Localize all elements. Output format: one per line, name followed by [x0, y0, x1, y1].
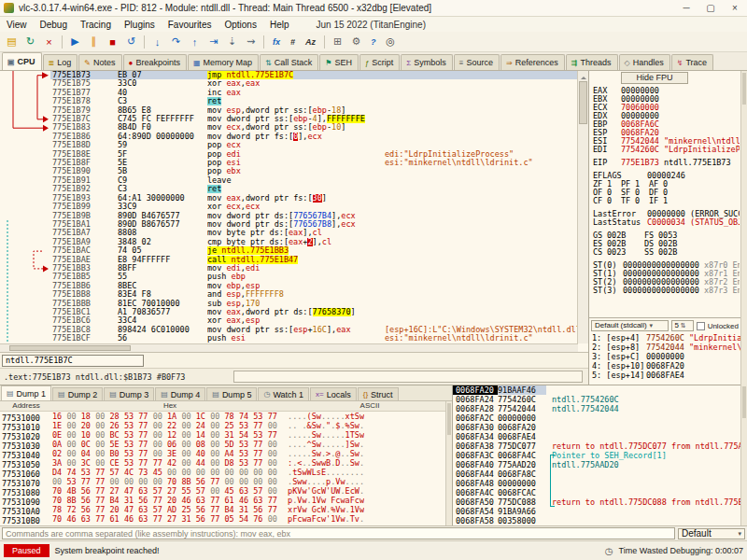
dump-row[interactable]: 775310503A 00 3C 00 CE 53 77 77 42 00 44…: [0, 458, 452, 468]
stack-row[interactable]: 0068FA50775DC088return to ntdll.775DC088…: [453, 497, 740, 507]
tab-seh[interactable]: ⚑SEH: [319, 54, 359, 70]
register-line[interactable]: ST(1)0000000000000000x87r1 Emp: [593, 270, 740, 278]
tab-script[interactable]: ƒScript: [359, 54, 400, 70]
tab-call-stack[interactable]: ⇅Call Stack: [260, 54, 318, 70]
tab-dump-2[interactable]: ▤Dump 2: [52, 387, 103, 400]
calling-convention-select[interactable]: Default (stdcall) ▾: [591, 320, 669, 331]
stack-row[interactable]: 0068FA300068FA20: [453, 423, 740, 432]
calculator-button[interactable]: ⊞: [329, 34, 346, 50]
tab-source[interactable]: ≡Source: [454, 54, 500, 70]
hide-fpu-button[interactable]: Hide FPU: [621, 72, 688, 84]
close-button[interactable]: ×: [723, 0, 747, 16]
tab-log[interactable]: ≣Log: [43, 54, 78, 70]
stack-row[interactable]: 0068FA340068FAE4: [453, 432, 740, 441]
register-line[interactable]: ES002BDS002B: [593, 240, 740, 248]
menu-favourites[interactable]: Favourites: [162, 19, 218, 31]
registers-scrollbar[interactable]: [740, 71, 747, 385]
dump-row[interactable]: 775310200E 00 10 00 BC 53 77 00 12 00 14…: [0, 430, 452, 440]
disasm-row[interactable]: 775E1B8D59pop ecx: [50, 141, 578, 149]
tab-notes[interactable]: ✎Notes: [78, 54, 121, 70]
pause-button[interactable]: ∥: [85, 34, 103, 50]
stack-row[interactable]: 0068FA40775AAD20ntdll.775AAD20: [453, 460, 740, 469]
disasm-row[interactable]: 775E1B8E5Fpop ediedi:"LdrpInitializeProc…: [50, 150, 578, 159]
run-to-user-code-button[interactable]: ⇥: [204, 34, 222, 50]
register-line[interactable]: EBX00000000: [593, 95, 740, 104]
tab-breakpoints[interactable]: ●Breakpoints: [123, 54, 187, 70]
close-process-button[interactable]: ×: [40, 34, 58, 50]
maximize-button[interactable]: ▢: [698, 0, 723, 16]
dump-row[interactable]: 7753108070 4B 56 77 27 47 63 57 27 55 57…: [0, 486, 452, 496]
argument-row[interactable]: 5: [esp+14]0068FAE4: [592, 371, 740, 380]
open-file-button[interactable]: ▤: [3, 34, 21, 50]
tab-cpu[interactable]: ▣CPU: [2, 52, 42, 70]
tab-dump-5[interactable]: ▤Dump 5: [206, 387, 257, 400]
disasm-row[interactable]: 775E1B91C9leave: [50, 176, 578, 185]
disassembly-vertical-scrollbar[interactable]: [577, 71, 588, 343]
disasm-row[interactable]: 775E1BB38BFFmov edi,edi: [50, 264, 578, 273]
disasm-row[interactable]: 775E1B7740inc eax: [50, 89, 578, 97]
tab-references[interactable]: ⇒References: [500, 54, 565, 70]
register-line[interactable]: ESP0068FA20: [593, 129, 740, 137]
stack-row[interactable]: 0068FA2C00000000: [453, 413, 740, 423]
assemble-button[interactable]: Az: [301, 34, 320, 50]
argument-row[interactable]: 4: [esp+10]0068FA20: [592, 361, 740, 371]
restart-debug-button[interactable]: ↺: [122, 34, 140, 50]
command-profile-select[interactable]: Default ▾: [678, 528, 745, 539]
stop-button[interactable]: ■: [104, 34, 121, 50]
stack-row[interactable]: 0068FA440068FA8C: [453, 469, 740, 479]
register-line[interactable]: EBP0068FA6C: [593, 120, 740, 129]
register-line[interactable]: EAX00000000: [593, 87, 740, 95]
stack-row[interactable]: 0068FA2091BAAF46: [453, 385, 740, 395]
dump-row[interactable]: 775310B070 46 63 77 61 46 63 77 27 31 56…: [0, 514, 452, 524]
register-line[interactable]: ZF1PF1AF0: [593, 180, 740, 189]
menu-plugins[interactable]: Plugins: [118, 19, 162, 31]
tab-locals[interactable]: x=Locals: [310, 387, 357, 400]
dump-scrollbar[interactable]: [445, 401, 452, 526]
scrollbar-thumb[interactable]: [447, 403, 451, 435]
stack-row[interactable]: 0068FA5491BA9A66: [453, 507, 740, 516]
tab-handles[interactable]: ◇Handles: [619, 54, 670, 70]
stack-row[interactable]: 0068FA5800358000: [453, 516, 740, 525]
tab-dump-4[interactable]: ▤Dump 4: [155, 387, 205, 400]
register-line[interactable]: ST(0)0000000000000000x87r0 Emp: [593, 261, 740, 270]
argument-count-spinner[interactable]: 5 ⇅: [671, 320, 694, 331]
register-line[interactable]: ESI77542044"minkernel\ntdll\ldrinit.c": [593, 137, 740, 146]
register-line[interactable]: ST(2)0000000000000000x87r2 Emp: [593, 278, 740, 287]
register-line[interactable]: GS002BFS0053: [593, 231, 740, 240]
tab-dump-3[interactable]: ▤Dump 3: [104, 387, 154, 400]
stack-row[interactable]: 0068FA4800000000: [453, 479, 740, 488]
disasm-row[interactable]: 775E1BCF56push esiesi:"minkernel\ntdll\l…: [50, 334, 578, 343]
help-button[interactable]: ?: [366, 34, 381, 50]
register-line[interactable]: EDX00000000: [593, 112, 740, 120]
trace-into-button[interactable]: ⇣: [223, 34, 241, 50]
tab-memory-map[interactable]: ▦Memory Map: [188, 54, 259, 70]
disasm-row[interactable]: 775E1B905Bpop ebx: [50, 167, 578, 175]
register-line[interactable]: EFLAGS00000246: [593, 172, 740, 180]
tab-watch-1[interactable]: ◷Watch 1: [258, 387, 309, 400]
argument-row[interactable]: 1: [esp+4]7754260C"LdrpInitializeProcess…: [592, 333, 740, 343]
disasm-row[interactable]: 775E1B7533C0xor eax,eax: [50, 79, 578, 88]
highlighting-mode-button[interactable]: fx: [268, 34, 285, 50]
menu-tracing[interactable]: Tracing: [74, 19, 118, 31]
register-line[interactable]: OF0SF0DF0: [593, 189, 740, 197]
lock-checkbox[interactable]: [697, 322, 704, 330]
step-into-button[interactable]: ↓: [148, 34, 166, 50]
dump-row[interactable]: 775310101E 00 20 00 26 53 77 00 22 00 24…: [0, 421, 452, 430]
tab-struct[interactable]: {}Struct: [358, 387, 399, 400]
scrollbar-thumb[interactable]: [579, 81, 587, 124]
stack-row[interactable]: 0068FA38775DC077return to ntdll.775DC077…: [453, 441, 740, 451]
stack-row[interactable]: 0068FA2877542044ntdll.77542044: [453, 404, 740, 413]
scroll-up-icon[interactable]: [578, 71, 588, 81]
menu-options[interactable]: Options: [218, 19, 262, 31]
stack-scrollbar[interactable]: [740, 385, 747, 525]
dump-row[interactable]: 775310300A 00 0C 00 5E 53 77 00 06 00 08…: [0, 440, 452, 449]
register-line[interactable]: EDI7754260C"LdrpInitializeProcess": [593, 146, 740, 154]
tab-dump-1[interactable]: ▤Dump 1: [1, 385, 51, 400]
restart-button[interactable]: ↻: [21, 34, 39, 50]
menu-view[interactable]: View: [0, 19, 34, 31]
stack-row[interactable]: 0068FA4C0068FCAC: [453, 488, 740, 497]
disasm-row[interactable]: 775E1B8F5Epop esiesi:"minkernel\ntdll\ld…: [50, 159, 578, 167]
register-line[interactable]: ST(3)0000000000000000x87r3 Emp: [593, 287, 740, 295]
execute-till-return-button[interactable]: ↑: [186, 34, 204, 50]
scrollbar-thumb[interactable]: [742, 386, 746, 418]
